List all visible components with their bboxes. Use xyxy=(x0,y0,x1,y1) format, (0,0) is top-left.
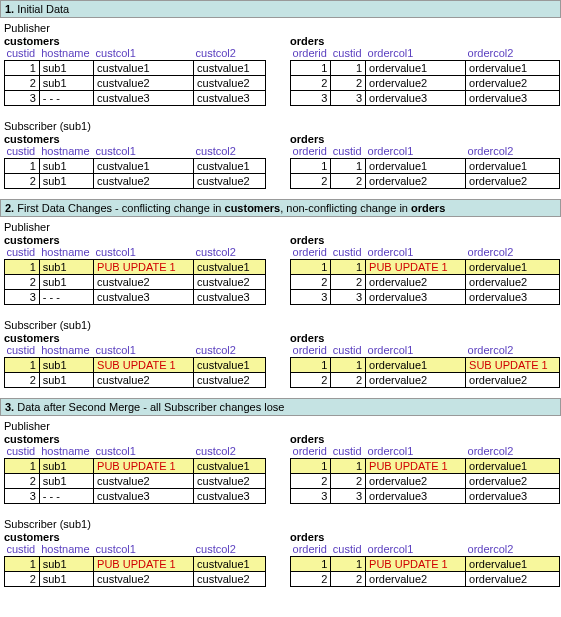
tables-row: customerscustidhostnamecustcol1custcol21… xyxy=(4,35,557,106)
cell: 2 xyxy=(5,174,40,189)
table-row: 1sub1PUB UPDATE 1custvalue1 xyxy=(5,459,266,474)
table-title: customers xyxy=(4,35,266,47)
cell: ordervalue2 xyxy=(366,76,466,91)
table-row: 22ordervalue2ordervalue2 xyxy=(291,572,560,587)
data-table: custidhostnamecustcol1custcol21sub1custv… xyxy=(4,47,266,106)
cell: 1 xyxy=(5,159,40,174)
role-block: Subscriber (sub1)customerscustidhostname… xyxy=(0,116,561,199)
col-header: custcol1 xyxy=(94,543,194,557)
col-header: custcol1 xyxy=(94,445,194,459)
cell: sub1 xyxy=(39,76,93,91)
cell: ordervalue3 xyxy=(366,489,466,504)
col-header: custcol2 xyxy=(194,445,266,459)
cell: PUB UPDATE 1 xyxy=(366,260,466,275)
cell: 2 xyxy=(331,275,366,290)
cell: PUB UPDATE 1 xyxy=(94,260,194,275)
cell: custvalue2 xyxy=(94,474,194,489)
cell: ordervalue3 xyxy=(466,290,560,305)
role-label: Publisher xyxy=(4,22,557,34)
role-label: Subscriber (sub1) xyxy=(4,319,557,331)
cell: custvalue2 xyxy=(94,174,194,189)
col-header: ordercol1 xyxy=(366,145,466,159)
cell: 2 xyxy=(331,76,366,91)
cell: ordervalue1 xyxy=(466,459,560,474)
cell: 2 xyxy=(5,76,40,91)
cell: 1 xyxy=(291,557,331,572)
data-table: custidhostnamecustcol1custcol21sub1PUB U… xyxy=(4,543,266,587)
col-header: hostname xyxy=(39,344,93,358)
col-header: custid xyxy=(331,445,366,459)
table-row: 22ordervalue2ordervalue2 xyxy=(291,275,560,290)
cell: sub1 xyxy=(39,459,93,474)
cell: 3 xyxy=(291,290,331,305)
cell: ordervalue2 xyxy=(466,373,560,388)
cell: - - - xyxy=(39,489,93,504)
col-header: ordercol1 xyxy=(366,47,466,61)
table-row: 1sub1SUB UPDATE 1custvalue1 xyxy=(5,358,266,373)
orders-table: ordersorderidcustidordercol1ordercol211o… xyxy=(290,35,560,106)
section-header: 3. Data after Second Merge - all Subscri… xyxy=(0,398,561,416)
table-row: 1sub1custvalue1custvalue1 xyxy=(5,159,266,174)
section-title: Data after Second Merge - all Subscriber… xyxy=(14,401,284,413)
data-table: custidhostnamecustcol1custcol21sub1PUB U… xyxy=(4,445,266,504)
table-row: 11PUB UPDATE 1ordervalue1 xyxy=(291,459,560,474)
cell: custvalue1 xyxy=(194,358,266,373)
cell: ordervalue2 xyxy=(366,275,466,290)
cell: 3 xyxy=(5,91,40,106)
customers-table: customerscustidhostnamecustcol1custcol21… xyxy=(4,35,266,106)
col-header: custid xyxy=(5,47,40,61)
customers-table: customerscustidhostnamecustcol1custcol21… xyxy=(4,531,266,587)
col-header: custid xyxy=(331,47,366,61)
cell: 1 xyxy=(331,260,366,275)
cell: 2 xyxy=(5,275,40,290)
cell: ordervalue3 xyxy=(466,489,560,504)
cell: 1 xyxy=(5,459,40,474)
col-header: custid xyxy=(331,145,366,159)
cell: 2 xyxy=(331,373,366,388)
table-title: orders xyxy=(290,531,560,543)
col-header: custid xyxy=(331,344,366,358)
table-row: 2sub1custvalue2custvalue2 xyxy=(5,572,266,587)
cell: custvalue1 xyxy=(194,459,266,474)
table-title: customers xyxy=(4,531,266,543)
col-header: ordercol2 xyxy=(466,246,560,260)
cell: custvalue1 xyxy=(194,159,266,174)
role-block: Subscriber (sub1)customerscustidhostname… xyxy=(0,315,561,398)
section-header: 2. First Data Changes - conflicting chan… xyxy=(0,199,561,217)
col-header: custcol1 xyxy=(94,47,194,61)
col-header: custcol1 xyxy=(94,145,194,159)
cell: 3 xyxy=(291,91,331,106)
cell: 2 xyxy=(291,474,331,489)
table-row: 11PUB UPDATE 1ordervalue1 xyxy=(291,260,560,275)
cell: ordervalue2 xyxy=(366,373,466,388)
table-title: customers xyxy=(4,332,266,344)
col-header: ordercol1 xyxy=(366,246,466,260)
table-title: orders xyxy=(290,35,560,47)
cell: 1 xyxy=(291,159,331,174)
cell: 2 xyxy=(331,474,366,489)
cell: custvalue2 xyxy=(94,275,194,290)
table-title: customers xyxy=(4,133,266,145)
cell: 2 xyxy=(291,76,331,91)
cell: SUB UPDATE 1 xyxy=(94,358,194,373)
section-title: Initial Data xyxy=(14,3,69,15)
cell: PUB UPDATE 1 xyxy=(94,459,194,474)
cell: custvalue2 xyxy=(94,373,194,388)
table-row: 3- - -custvalue3custvalue3 xyxy=(5,91,266,106)
cell: PUB UPDATE 1 xyxy=(366,459,466,474)
cell: custvalue1 xyxy=(194,260,266,275)
col-header: ordercol1 xyxy=(366,445,466,459)
table-row: 1sub1PUB UPDATE 1custvalue1 xyxy=(5,260,266,275)
role-block: Publishercustomerscustidhostnamecustcol1… xyxy=(0,416,561,514)
col-header: custid xyxy=(5,145,40,159)
col-header: custid xyxy=(5,246,40,260)
role-label: Subscriber (sub1) xyxy=(4,518,557,530)
cell: ordervalue3 xyxy=(366,290,466,305)
cell: sub1 xyxy=(39,474,93,489)
cell: ordervalue2 xyxy=(466,275,560,290)
cell: 1 xyxy=(5,557,40,572)
cell: 1 xyxy=(331,459,366,474)
cell: custvalue2 xyxy=(94,76,194,91)
cell: sub1 xyxy=(39,61,93,76)
cell: custvalue2 xyxy=(194,373,266,388)
